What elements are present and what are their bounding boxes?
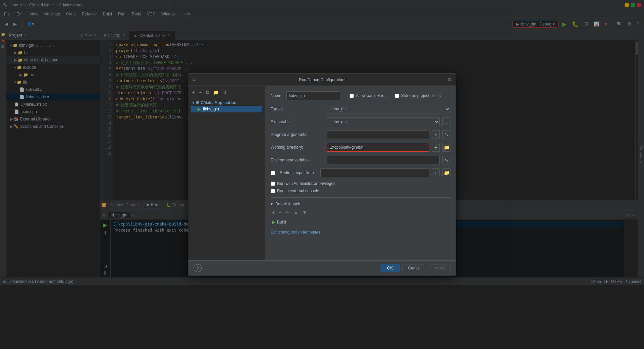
redirect-add-button[interactable]: + — [432, 168, 440, 177]
dialog-footer: ? OK Cancel Apply — [188, 260, 456, 275]
program-args-add-button[interactable]: + — [432, 130, 440, 139]
config-copy-button[interactable]: ⧉ — [204, 89, 210, 96]
name-input[interactable] — [286, 91, 340, 100]
build-label: Build — [277, 220, 286, 225]
cmake-group-label: CMake Application — [201, 100, 236, 105]
build-icon: ▶ — [272, 220, 275, 225]
form-redirect-row: Redirect input from: + 📁 — [271, 168, 450, 177]
dialog-config-list: + − ⧉ 📁 ⇅ ▾ ⚙ CMake Application ▶ libhv_… — [188, 86, 265, 260]
config-add-button[interactable]: + — [191, 89, 196, 96]
redirect-input-checkbox[interactable] — [271, 171, 275, 175]
run-admin-row: Run with Administrator privileges — [271, 181, 450, 186]
run-debug-configurations-dialog: ⚙ Run/Debug Configurations ✕ + − ⧉ 📁 ⇅ ▾… — [188, 73, 456, 276]
target-select[interactable]: libhv_gin — [327, 105, 450, 113]
run-external-label: Run in external console — [277, 189, 319, 193]
config-item-libhv-gin[interactable]: ▶ libhv_gin — [191, 106, 262, 112]
form-name-row: Name: Allow parallel run Store as projec… — [271, 91, 450, 100]
before-launch-collapse-icon: ▾ — [271, 202, 273, 206]
run-admin-checkbox[interactable] — [271, 182, 275, 186]
form-program-args-row: Program arguments: + ⤡ — [271, 130, 450, 139]
section-divider — [271, 197, 450, 198]
target-label: Target: — [271, 107, 324, 111]
redirect-input-label: Redirect input from: — [280, 170, 315, 175]
form-target-row: Target: libhv_gin — [271, 105, 450, 113]
store-project-info-icon: ⓘ — [437, 93, 441, 98]
dialog-help-button[interactable]: ? — [194, 264, 202, 272]
before-launch-remove-btn[interactable]: − — [277, 209, 283, 216]
dialog-close-button[interactable]: ✕ — [447, 77, 452, 83]
run-admin-label: Run with Administrator privileges — [277, 181, 335, 186]
before-launch-header[interactable]: ▾ Before launch — [271, 202, 450, 206]
cmake-application-group: ▾ ⚙ CMake Application ▶ libhv_gin — [191, 98, 262, 114]
name-label: Name: — [271, 93, 282, 98]
env-vars-label: Environment variables: — [271, 158, 324, 162]
config-remove-button[interactable]: − — [198, 89, 203, 96]
before-launch-down-btn[interactable]: ▼ — [301, 209, 308, 216]
executable-select[interactable]: libhv_gin — [327, 117, 440, 126]
form-env-vars-row: Environment variables: ⤡ — [271, 156, 450, 164]
config-move-button[interactable]: 📁 — [212, 89, 220, 96]
dialog-ok-button[interactable]: OK — [380, 264, 399, 272]
build-entry: ▶ Build — [271, 218, 450, 226]
executable-browse-button[interactable]: … — [442, 117, 450, 126]
dialog-gear-icon: ⚙ — [192, 78, 196, 82]
cmake-group-expand-icon: ▾ — [192, 100, 194, 105]
dialog-header: ⚙ Run/Debug Configurations ✕ — [188, 74, 456, 86]
dialog-action-buttons: OK Cancel Apply — [380, 264, 450, 272]
before-launch-add-btn[interactable]: + — [271, 209, 276, 216]
before-launch-label: Before launch — [275, 202, 300, 206]
dialog-body: + − ⧉ 📁 ⇅ ▾ ⚙ CMake Application ▶ libhv_… — [188, 86, 456, 260]
before-launch-edit-btn[interactable]: ✏ — [284, 209, 291, 216]
working-dir-input[interactable] — [327, 143, 429, 152]
working-dir-add-button[interactable]: + — [432, 143, 440, 152]
before-launch-up-btn[interactable]: ▲ — [292, 209, 300, 216]
form-working-dir-row: Working directory: + 📁 — [271, 143, 450, 152]
dialog-overlay: ⚙ Run/Debug Configurations ✕ + − ⧉ 📁 ⇅ ▾… — [0, 0, 644, 349]
edit-config-templates-link[interactable]: Edit configuration templates... — [271, 230, 324, 235]
dialog-apply-button[interactable]: Apply — [429, 264, 450, 272]
env-vars-browse-button[interactable]: ⤡ — [442, 156, 450, 164]
program-args-label: Program arguments: — [271, 132, 324, 137]
run-external-row: Run in external console — [271, 189, 450, 193]
working-dir-label: Working directory: — [271, 145, 324, 150]
config-sort-button[interactable]: ⇅ — [221, 89, 228, 96]
working-dir-browse-button[interactable]: 📁 — [442, 143, 450, 152]
store-project-label: Store as project file — [401, 93, 436, 98]
store-project-checkbox[interactable] — [395, 94, 399, 98]
cmake-app-icon: ⚙ — [196, 100, 199, 105]
config-item-icon: ▶ — [198, 107, 201, 111]
run-external-checkbox[interactable] — [271, 189, 275, 193]
config-item-label: libhv_gin — [203, 107, 219, 111]
cmake-application-header[interactable]: ▾ ⚙ CMake Application — [191, 100, 262, 106]
executable-label: Executable: — [271, 119, 324, 124]
dialog-title-text: Run/Debug Configurations — [299, 78, 346, 82]
config-list-toolbar: + − ⧉ 📁 ⇅ — [191, 89, 262, 96]
allow-parallel-label: Allow parallel run — [356, 93, 386, 98]
dialog-config-form: Name: Allow parallel run Store as projec… — [265, 86, 456, 260]
dialog-cancel-button[interactable]: Cancel — [402, 264, 426, 272]
env-vars-input[interactable] — [327, 156, 440, 164]
program-args-expand-button[interactable]: ⤡ — [442, 130, 450, 139]
form-executable-row: Executable: libhv_gin … — [271, 117, 450, 126]
redirect-browse-button[interactable]: 📁 — [442, 168, 450, 177]
redirect-input-field[interactable] — [320, 168, 429, 177]
allow-parallel-checkbox[interactable] — [350, 94, 354, 98]
program-args-input[interactable] — [327, 130, 429, 139]
before-launch-toolbar: + − ✏ ▲ ▼ — [271, 209, 450, 216]
